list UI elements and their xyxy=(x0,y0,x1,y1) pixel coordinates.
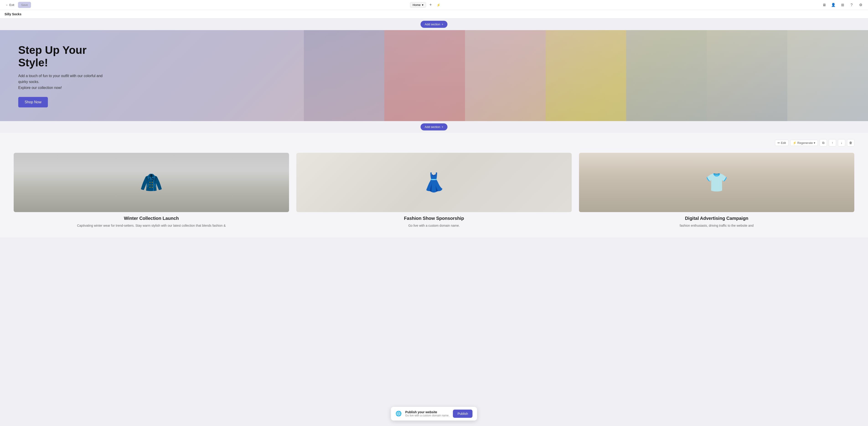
lightning-button[interactable]: ⚡ xyxy=(435,2,441,8)
add-section-bottom-label: Add section xyxy=(425,125,440,129)
product-title-2: Fashion Show Sponsorship xyxy=(296,216,572,221)
regenerate-label: Regenerate xyxy=(797,141,813,145)
top-bar-center: Home ▾ + ⚡ xyxy=(410,2,441,8)
arrow-down-icon: ↓ xyxy=(841,141,842,145)
stripe-2 xyxy=(384,30,465,121)
stripe-1 xyxy=(304,30,384,121)
product-image-3: 👕 xyxy=(579,153,854,212)
product-desc-2: Go live with a custom domain name. xyxy=(296,223,572,228)
regenerate-button[interactable]: ⚡ Regenerate ▾ xyxy=(790,140,818,146)
save-button[interactable]: Save xyxy=(18,2,31,8)
exit-label: Exit xyxy=(9,3,14,7)
chevron-down-icon: ▾ xyxy=(422,3,424,7)
copy-icon: ⧉ xyxy=(822,141,825,145)
move-up-button[interactable]: ↑ xyxy=(829,139,836,146)
stripe-4 xyxy=(546,30,626,121)
stripe-7 xyxy=(787,30,868,121)
product-desc-1: Captivating winter wear for trend-setter… xyxy=(14,223,289,228)
delete-button[interactable]: 🗑 xyxy=(847,139,854,146)
exit-button[interactable]: ← Exit xyxy=(4,2,16,7)
product-desc-3: fashion enthusiasts, driving traffic to … xyxy=(579,223,854,228)
clothes-rack-icon: 🧥 xyxy=(140,172,163,193)
edit-label: Edit xyxy=(781,141,786,145)
top-bar-left: ← Exit Save xyxy=(4,2,31,8)
product-image-1: 🧥 xyxy=(14,153,289,212)
desktop-icon-button[interactable]: 🖥 xyxy=(820,1,828,9)
top-bar: ← Exit Save Home ▾ + ⚡ 🖥 👤 ⊞ ? ⚙ xyxy=(0,0,868,10)
page-name: Home xyxy=(412,3,421,7)
users-icon-button[interactable]: 👤 xyxy=(830,1,837,9)
site-title-bar: Silly Socks xyxy=(0,10,868,19)
page-selector[interactable]: Home ▾ xyxy=(410,2,426,8)
help-icon-button[interactable]: ? xyxy=(848,1,855,9)
editor-canvas: Silly Socks Add section + Step Up Your S… xyxy=(0,10,868,237)
edit-pencil-icon: ✏ xyxy=(777,141,780,145)
settings-icon-button[interactable]: ⚙ xyxy=(857,1,864,9)
grid-icon-button[interactable]: ⊞ xyxy=(839,1,846,9)
add-section-top-label: Add section xyxy=(425,23,440,26)
products-grid: 🧥 Winter Collection Launch Captivating w… xyxy=(14,153,854,228)
stripe-6 xyxy=(707,30,787,121)
trash-icon: 🗑 xyxy=(849,141,852,145)
product-title-3: Digital Advertising Campaign xyxy=(579,216,854,221)
add-section-top-button[interactable]: Add section + xyxy=(421,21,447,28)
hero-content: Step Up Your Style! Add a touch of fun t… xyxy=(0,30,128,121)
stripe-5 xyxy=(626,30,707,121)
shop-now-button[interactable]: Shop Now xyxy=(18,97,48,108)
arrow-up-icon: ↑ xyxy=(832,141,833,145)
add-section-bottom-button[interactable]: Add section + xyxy=(421,123,447,130)
hero-stripes xyxy=(304,30,868,121)
add-section-bar-bottom: Add section + xyxy=(0,121,868,133)
plus-icon-top: + xyxy=(441,23,443,26)
product-card-2: 👗 Fashion Show Sponsorship Go live with … xyxy=(296,153,572,228)
move-down-button[interactable]: ↓ xyxy=(838,139,845,146)
top-bar-right: 🖥 👤 ⊞ ? ⚙ xyxy=(820,1,864,9)
woman-tshirt-icon: 👕 xyxy=(705,172,728,193)
hangers-icon: 👗 xyxy=(423,172,445,193)
copy-button[interactable]: ⧉ xyxy=(820,139,827,146)
product-card-1: 🧥 Winter Collection Launch Captivating w… xyxy=(14,153,289,228)
add-page-button[interactable]: + xyxy=(427,2,434,8)
hero-description: Add a touch of fun to your outfit with o… xyxy=(18,73,110,91)
hero-section: Step Up Your Style! Add a touch of fun t… xyxy=(0,30,868,121)
stripe-3 xyxy=(465,30,546,121)
back-arrow-icon: ← xyxy=(5,3,8,7)
add-section-bar-top: Add section + xyxy=(0,19,868,30)
section-toolbar: ✏ Edit ⚡ Regenerate ▾ ⧉ ↑ ↓ 🗑 xyxy=(14,137,854,148)
products-section: ✏ Edit ⚡ Regenerate ▾ ⧉ ↑ ↓ 🗑 xyxy=(0,133,868,237)
regenerate-chevron-icon: ▾ xyxy=(814,141,815,145)
site-title: Silly Socks xyxy=(5,12,22,16)
product-image-2: 👗 xyxy=(296,153,572,212)
hero-title: Step Up Your Style! xyxy=(18,44,110,69)
regenerate-lightning-icon: ⚡ xyxy=(793,141,797,145)
edit-button[interactable]: ✏ Edit xyxy=(775,140,788,146)
product-card-3: 👕 Digital Advertising Campaign fashion e… xyxy=(579,153,854,228)
product-title-1: Winter Collection Launch xyxy=(14,216,289,221)
plus-icon-bottom: + xyxy=(441,125,443,129)
